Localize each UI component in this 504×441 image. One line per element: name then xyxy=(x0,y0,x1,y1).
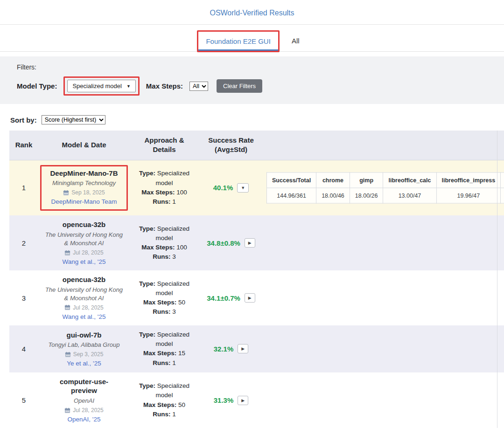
model-name: computer-use-preview xyxy=(47,377,121,395)
model-org: Tongyi Lab, Alibaba Group xyxy=(44,341,124,349)
sort-controls: Sort by: Score (Highest first) xyxy=(10,115,504,124)
calendar-icon xyxy=(64,250,70,256)
details-header: chrome xyxy=(316,172,350,188)
model-org: OpenAI xyxy=(44,397,124,405)
approach-cell: Type: Specialized model Max Steps: 100 R… xyxy=(130,224,199,262)
approach-cell: Type: Specialized model Max Steps: 15 Ru… xyxy=(130,330,199,368)
table-header-row: Rank Model & Date Approach & Details Suc… xyxy=(9,131,504,160)
expand-details-button[interactable]: ▶ xyxy=(238,344,248,353)
model-date: Jul 28, 2025 xyxy=(73,249,103,256)
details-header: libreoffice_impress xyxy=(436,172,501,188)
header-model-date: Model & Date xyxy=(38,131,130,160)
sort-by-label: Sort by: xyxy=(10,116,37,124)
success-rate: 34.8±0.8% xyxy=(207,239,240,247)
approach-cell: Type: Specialized model Max Steps: 100 R… xyxy=(130,169,199,207)
details-value xyxy=(501,188,504,203)
success-rate: 31.3% xyxy=(214,396,234,404)
details-zone: Success/Total chrome gimp libreoffice_ca… xyxy=(263,165,504,211)
rank-cell: 4 xyxy=(9,345,38,353)
model-name: DeepMiner-Mano-7B xyxy=(47,169,121,178)
table-row: 3 opencua-32b The University of Hong Kon… xyxy=(9,270,504,325)
expand-details-button[interactable]: ▶ xyxy=(245,238,255,248)
model-name: opencua-32b xyxy=(47,275,121,284)
model-name: gui-owl-7b xyxy=(47,331,121,340)
sort-select[interactable]: Score (Highest first) xyxy=(42,115,105,124)
calendar-icon xyxy=(64,304,70,310)
success-rate: 32.1% xyxy=(214,345,234,353)
results-title-link[interactable]: OSWorld-Verified Results xyxy=(210,9,294,17)
model-type-value: Specialized model xyxy=(72,83,122,90)
expand-details-button[interactable]: ▶ xyxy=(238,396,248,405)
model-type-dropdown[interactable]: Specialized model ▼ xyxy=(67,80,135,92)
model-date: Jul 28, 2025 xyxy=(73,407,103,413)
table-row: 4 gui-owl-7b Tongyi Lab, Alibaba Group S… xyxy=(9,325,504,372)
success-rate: 34.1±0.7% xyxy=(207,294,240,302)
caret-down-icon: ▼ xyxy=(126,84,131,89)
tab-all[interactable]: All xyxy=(284,31,307,50)
header-success-rate: Success Rate (Avg±Std) xyxy=(199,131,263,160)
filters-panel: Filters: Model Type: Specialized model ▼… xyxy=(0,56,504,104)
max-steps-select[interactable]: All xyxy=(189,82,208,91)
model-org: The University of Hong Kong & Moonshot A… xyxy=(44,231,124,248)
annotation-box-model: DeepMiner-Mano-7B Mininglamp Technology … xyxy=(40,165,128,211)
table-row: 1 DeepMiner-Mano-7B Mininglamp Technolog… xyxy=(9,160,504,216)
details-value: 13.00/47 xyxy=(383,188,436,203)
model-type-label: Model Type: xyxy=(17,82,57,90)
model-link[interactable]: DeepMiner-Mano Team xyxy=(51,198,117,205)
model-link[interactable]: Wang et al., '25 xyxy=(63,313,106,320)
page-header: OSWorld-Verified Results xyxy=(0,0,504,25)
details-value: 18.00/26 xyxy=(350,188,383,203)
model-link[interactable]: Wang et al., '25 xyxy=(63,258,106,265)
details-header: libr xyxy=(501,172,504,188)
rank-cell: 5 xyxy=(9,396,38,404)
tabs-bar: Foundation E2E GUI All xyxy=(0,25,504,52)
calendar-icon xyxy=(63,190,69,196)
details-value: 144.96/361 xyxy=(267,188,316,203)
table-row: 2 opencua-32b The University of Hong Kon… xyxy=(9,215,504,270)
calendar-icon xyxy=(65,351,71,358)
filters-label: Filters: xyxy=(17,63,487,71)
model-link[interactable]: Ye et al., '25 xyxy=(67,360,101,367)
details-header: gimp xyxy=(350,172,383,188)
annotation-box-tab: Foundation E2E GUI xyxy=(197,30,279,52)
header-rank: Rank xyxy=(9,131,38,160)
clear-filters-button[interactable]: Clear Filters xyxy=(217,79,262,93)
model-date: Jul 28, 2025 xyxy=(73,304,103,311)
table-row: 5 computer-use-preview OpenAI Jul 28, 20… xyxy=(9,372,504,428)
details-table: Success/Total chrome gimp libreoffice_ca… xyxy=(266,172,504,203)
rank-cell: 3 xyxy=(9,294,38,302)
max-steps-label: Max Steps: xyxy=(146,82,183,90)
details-header: Success/Total xyxy=(267,172,316,188)
calendar-icon xyxy=(64,407,70,413)
approach-cell: Type: Specialized model Max Steps: 50 Ru… xyxy=(130,381,199,419)
rank-cell: 1 xyxy=(9,184,38,192)
rank-cell: 2 xyxy=(9,239,38,247)
model-date: Sep 3, 2025 xyxy=(73,351,104,358)
header-approach-details: Approach & Details xyxy=(130,131,199,160)
model-link[interactable]: OpenAI, '25 xyxy=(68,416,101,423)
success-rate: 40.1% xyxy=(213,184,233,192)
details-header: libreoffice_calc xyxy=(383,172,436,188)
approach-cell: Type: Specialized model Max Steps: 50 Ru… xyxy=(130,279,199,317)
model-name: opencua-32b xyxy=(47,220,121,229)
expand-details-button[interactable]: ▶ xyxy=(245,293,255,303)
model-org: The University of Hong Kong & Moonshot A… xyxy=(44,286,124,303)
collapse-details-button[interactable]: ▼ xyxy=(237,183,249,193)
model-org: Mininglamp Technology xyxy=(44,179,124,187)
details-value: 19.96/47 xyxy=(436,188,501,203)
tab-foundation-e2e-gui[interactable]: Foundation E2E GUI xyxy=(198,32,278,51)
details-value: 18.00/46 xyxy=(316,188,350,203)
annotation-box-model-type: Specialized model ▼ xyxy=(63,76,139,96)
table-header-spacer xyxy=(263,131,504,160)
results-table: Rank Model & Date Approach & Details Suc… xyxy=(9,131,504,428)
model-date: Sep 18, 2025 xyxy=(71,189,105,196)
